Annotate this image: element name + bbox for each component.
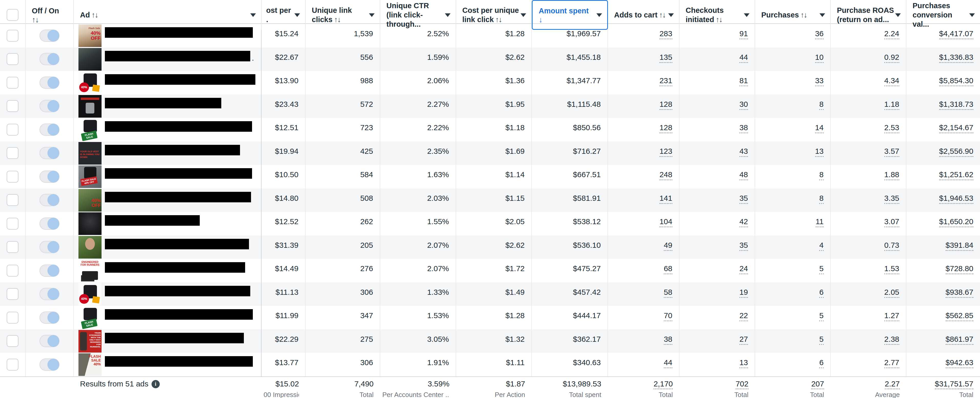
metric-value[interactable]: 44 [740,53,748,63]
metric-value[interactable]: 44 [664,358,672,368]
metric-value[interactable]: 104 [660,217,672,227]
column-header-select-all[interactable] [0,0,25,30]
ad-thumbnail[interactable]: 40% OFFFlash Sale [78,24,102,47]
metric-value[interactable]: $1,336.83 [939,53,973,63]
metric-value[interactable]: $861.97 [946,335,973,345]
metric-value[interactable]: 128 [660,123,672,133]
off-on-toggle[interactable] [40,123,59,136]
metric-value[interactable]: 68 [664,264,672,274]
metric-value[interactable]: 2.77 [885,358,899,368]
metric-value[interactable]: 135 [660,53,672,63]
metric-value[interactable]: 248 [660,170,672,180]
row-checkbox[interactable] [7,147,19,159]
metric-value[interactable]: $2,154.67 [939,123,973,133]
ad-thumbnail[interactable] [78,48,102,70]
ad-thumbnail[interactable] [78,236,102,259]
off-on-toggle[interactable] [40,358,59,371]
metric-value[interactable]: 35 [740,194,748,204]
metric-value[interactable]: 48 [740,170,748,180]
metric-value[interactable]: 3.57 [885,147,899,157]
metric-value[interactable]: $562.85 [946,311,973,321]
off-on-toggle[interactable] [40,53,59,65]
column-header-purchases[interactable]: Purchases ↑↓ [755,0,831,30]
metric-value[interactable]: 10 [815,53,824,63]
chevron-down-icon[interactable] [445,13,450,17]
ad-thumbnail[interactable]: 40% [78,283,102,305]
metric-value[interactable]: 13 [815,147,824,157]
row-checkbox[interactable] [7,124,19,136]
off-on-toggle[interactable] [40,264,59,277]
metric-value[interactable]: 1.18 [885,100,899,110]
chevron-down-icon[interactable] [969,13,975,17]
off-on-toggle[interactable] [40,217,59,230]
metric-value[interactable]: 8 [819,194,824,204]
metric-total[interactable]: 2,170 [654,379,673,389]
column-header-toggle[interactable]: Off / On↑↓ [25,0,74,30]
metric-value[interactable]: 38 [664,335,672,345]
column-header-unique_link_clicks[interactable]: Unique link clicks ↑↓ [305,0,380,30]
row-checkbox[interactable] [7,335,19,347]
off-on-toggle[interactable] [40,241,59,253]
off-on-toggle[interactable] [40,77,59,89]
ad-thumbnail[interactable]: FLASH SALE 40% OFF [78,165,102,188]
chevron-down-icon[interactable] [597,13,602,17]
chevron-down-icon[interactable] [895,13,901,17]
row-checkbox[interactable] [7,218,19,230]
ad-thumbnail[interactable]: ENGINEERED FOR RUNNERS [78,259,102,282]
metric-value[interactable]: $938.67 [946,288,973,298]
ad-thumbnail[interactable]: FLASH SALE [78,306,102,329]
metric-value[interactable]: 22 [740,311,748,321]
column-header-ad[interactable]: Ad ↑↓ [74,0,261,30]
row-checkbox[interactable] [7,77,19,89]
metric-value[interactable]: 11 [816,217,824,227]
metric-value[interactable]: 2.24 [885,29,899,39]
metric-value[interactable]: 13 [740,358,748,368]
metric-value[interactable]: 6 [819,288,824,298]
metric-value[interactable]: 141 [660,194,672,204]
metric-value[interactable]: 1.27 [885,311,899,321]
metric-value[interactable]: $2,556.90 [939,147,973,157]
row-checkbox[interactable] [7,194,19,206]
metric-value[interactable]: 231 [660,76,672,86]
metric-value[interactable]: 5 [819,264,824,274]
chevron-down-icon[interactable] [668,13,674,17]
ad-thumbnail[interactable] [78,95,102,118]
column-header-purchase_roas[interactable]: Purchase ROAS (return on ad... [831,0,907,30]
row-checkbox[interactable] [7,171,19,182]
metric-value[interactable]: 123 [660,147,672,157]
metric-value[interactable]: $5,854.30 [939,76,973,86]
ad-thumbnail[interactable]: 40% [78,71,102,94]
metric-value[interactable]: $728.80 [946,264,973,274]
row-checkbox[interactable] [7,288,19,300]
column-header-cost_per[interactable]: ost per. [261,0,305,30]
metric-value[interactable]: 0.92 [885,53,899,63]
metric-value[interactable]: 43 [740,147,748,157]
metric-value[interactable]: 283 [660,29,672,39]
row-checkbox[interactable] [7,241,19,253]
chevron-down-icon[interactable] [819,13,825,17]
metric-value[interactable]: $4,417.07 [939,29,973,39]
off-on-toggle[interactable] [40,312,59,324]
metric-value[interactable]: 70 [664,311,672,321]
metric-value[interactable]: $1,251.62 [939,170,973,180]
ad-thumbnail[interactable]: FLASH SALE 40% [78,353,102,376]
ad-thumbnail[interactable]: TRAIN STRONGER WITH THE ONLY VEST DESIGN… [78,330,102,353]
metric-value[interactable]: 27 [740,335,748,345]
metric-value[interactable]: 5 [819,311,824,321]
metric-value[interactable]: 2.38 [885,335,899,345]
metric-value[interactable]: 4.34 [885,76,899,86]
row-checkbox[interactable] [7,265,19,277]
chevron-down-icon[interactable] [744,13,749,17]
metric-value[interactable]: 42 [740,217,748,227]
column-header-adds_to_cart[interactable]: Adds to cart ↑↓ [608,0,679,30]
metric-value[interactable]: 2.05 [885,288,899,298]
row-checkbox[interactable] [7,312,19,323]
metric-total[interactable]: $31,751.57 [935,379,973,389]
metric-value[interactable]: $942.63 [946,358,973,368]
off-on-toggle[interactable] [40,147,59,159]
metric-total[interactable]: 207 [811,379,824,389]
metric-value[interactable]: 14 [815,123,824,133]
checkbox-icon[interactable] [7,9,19,21]
metric-total[interactable]: 702 [736,379,748,389]
off-on-toggle[interactable] [40,30,59,42]
